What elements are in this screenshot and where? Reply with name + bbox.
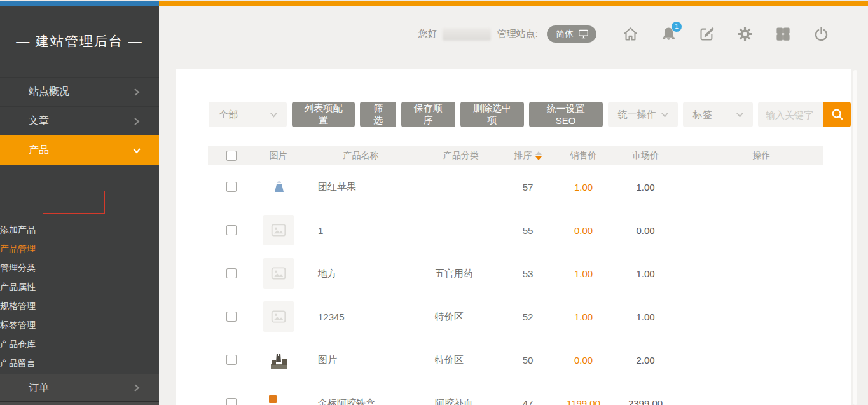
product-name: 1 [318, 225, 323, 236]
grid-icon[interactable] [775, 25, 792, 43]
market-price: 1.00 [614, 312, 677, 322]
redacted-username [443, 28, 491, 41]
table-row: 金标阿胶铁盒 阿胶补血 47 1199.00 2399.00 [208, 381, 823, 405]
submenu-item-product-messages[interactable]: 产品留言 [0, 354, 159, 373]
sort-value[interactable]: 55 [523, 225, 534, 236]
sidebar-item-label: 产品 [29, 144, 132, 157]
image-placeholder-icon [270, 308, 287, 325]
table-header-row: 图片 产品名称 产品分类 排序 销售价 市场价 操作 [208, 146, 823, 165]
manage-site-label: 管理站点: [497, 28, 538, 40]
bell-icon[interactable]: 1 [660, 25, 677, 43]
submenu-item-product-management[interactable]: 产品管理 [0, 239, 159, 258]
search-icon [830, 107, 844, 121]
list-config-button[interactable]: 列表项配置 [292, 102, 355, 127]
batch-operation-dropdown[interactable]: 统一操作 [608, 102, 678, 127]
row-checkbox[interactable] [226, 398, 237, 405]
header-sort[interactable]: 排序 [514, 150, 542, 161]
batch-seo-button[interactable]: 统一设置SEO [529, 102, 603, 127]
table-row: 地方 五官用药 53 1.00 1.00 [208, 252, 823, 295]
select-all-checkbox[interactable] [226, 151, 237, 161]
group-buy-badge: 团 [318, 181, 327, 193]
edit-icon[interactable] [698, 25, 715, 43]
sidebar-item-articles[interactable]: 文章 [0, 106, 159, 135]
product-image[interactable] [263, 388, 294, 405]
submenu-item-spec-management[interactable]: 规格管理 [0, 296, 159, 315]
submenu-item-tag-management[interactable]: 标签管理 [0, 315, 159, 334]
content-panel: 全部 列表项配置 筛选 保存顺序 删除选中项 统一设置SEO 统一操作 标签 图… [176, 69, 851, 405]
sort-value[interactable]: 52 [523, 312, 534, 322]
gear-icon[interactable] [736, 25, 754, 43]
header-product-name: 产品名称 [302, 150, 420, 161]
app-title: — 建站管理后台 — [0, 6, 159, 50]
header-sort-label: 排序 [514, 150, 532, 161]
submenu-item-product-attributes[interactable]: 产品属性 [0, 277, 159, 296]
chevron-down-icon [661, 111, 669, 119]
scrollbar[interactable] [853, 70, 857, 405]
row-checkbox[interactable] [226, 182, 237, 192]
chevron-down-icon [132, 146, 141, 155]
search-button[interactable] [823, 102, 851, 127]
header-operations: 操作 [677, 150, 823, 161]
sale-price: 1.00 [553, 312, 614, 322]
save-order-button[interactable]: 保存顺序 [401, 102, 455, 127]
product-name: 红苹果 [327, 181, 356, 193]
filter-button[interactable]: 筛选 [360, 102, 396, 127]
chevron-down-icon [736, 111, 744, 119]
tag-dropdown[interactable]: 标签 [683, 102, 753, 127]
sidebar-item-label: 站点概况 [29, 85, 132, 99]
category-filter-dropdown[interactable]: 全部 [209, 102, 287, 127]
market-price: 1.00 [614, 182, 677, 193]
market-price: 2.00 [614, 355, 677, 366]
sidebar-accent-strip [0, 1, 159, 6]
row-checkbox[interactable] [226, 312, 237, 322]
sale-price: 1199.00 [553, 398, 614, 405]
product-image-placeholder[interactable] [263, 258, 294, 289]
chevron-right-icon [132, 383, 141, 392]
product-name: 图片 [318, 354, 337, 366]
tag-dropdown-value: 标签 [693, 109, 712, 121]
annotation-box-product-management [43, 191, 105, 214]
batch-operation-value: 统一操作 [618, 109, 656, 121]
market-price: 0.00 [614, 225, 677, 236]
search-input[interactable] [758, 102, 823, 127]
product-category: 特价区 [420, 354, 502, 366]
sidebar-item-orders[interactable]: 订单 [0, 374, 159, 402]
market-price: 1.00 [614, 268, 677, 279]
power-icon[interactable] [813, 25, 830, 43]
sale-price: 0.00 [553, 225, 614, 236]
product-image-placeholder[interactable] [263, 301, 294, 332]
submenu-item-add-product[interactable]: 添加产品 [0, 220, 159, 239]
row-checkbox[interactable] [226, 225, 237, 235]
sidebar-menu: 站点概况 文章 产品 [0, 77, 159, 165]
image-placeholder-icon [270, 265, 287, 282]
table-row: 1 55 0.00 0.00 [208, 209, 823, 252]
sale-price: 0.00 [553, 355, 614, 366]
monitor-icon [578, 29, 589, 39]
topbar-icons: 1 [622, 25, 830, 43]
home-icon[interactable] [622, 25, 639, 43]
product-image[interactable] [263, 345, 294, 375]
header-sale-price: 销售价 [553, 150, 614, 161]
delete-selected-button[interactable]: 删除选中项 [460, 102, 524, 127]
sort-value[interactable]: 47 [523, 398, 534, 405]
products-table: 图片 产品名称 产品分类 排序 销售价 市场价 操作 团 红苹果 [208, 146, 823, 405]
sort-value[interactable]: 57 [523, 182, 534, 193]
submenu-item-manage-categories[interactable]: 管理分类 [0, 258, 159, 277]
table-row: 团 红苹果 57 1.00 1.00 [208, 165, 823, 209]
header-product-category: 产品分类 [420, 150, 502, 161]
language-button[interactable]: 简体 [547, 25, 596, 43]
sidebar-item-products[interactable]: 产品 [0, 135, 159, 165]
product-image[interactable] [263, 172, 294, 202]
sale-price: 1.00 [553, 268, 614, 279]
submenu-item-product-warehouse[interactable]: 产品仓库 [0, 334, 159, 354]
row-checkbox[interactable] [226, 268, 237, 278]
sort-value[interactable]: 53 [523, 268, 534, 279]
sidebar: — 建站管理后台 — 站点概况 文章 产品 添加产品 产品管理 管理分类 产品属… [0, 6, 159, 405]
row-checkbox[interactable] [226, 355, 237, 365]
chevron-down-icon [270, 111, 278, 119]
topbar: 您好 管理站点: 简体 1 [418, 25, 830, 43]
product-image-placeholder[interactable] [263, 215, 294, 245]
sale-price: 1.00 [553, 182, 614, 193]
sort-value[interactable]: 50 [523, 355, 534, 366]
sidebar-item-site-overview[interactable]: 站点概况 [0, 77, 159, 106]
